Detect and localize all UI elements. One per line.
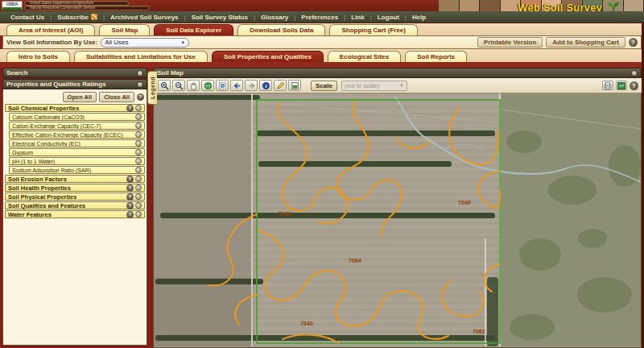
menu-archived-soil-surveys[interactable]: Archived Soil Surveys bbox=[105, 14, 184, 21]
property-ph[interactable]: pH (1 to 1 Water) bbox=[9, 157, 145, 165]
menu-subscribe-label: Subscribe bbox=[57, 14, 89, 21]
help-icon[interactable]: ? bbox=[126, 202, 134, 209]
help-icon[interactable]: ? bbox=[126, 184, 134, 192]
section-soil-physical-properties[interactable]: Soil Physical Properties ? bbox=[5, 193, 145, 201]
property-label: Effective Cation-Exchange Capacity (ECEC… bbox=[12, 132, 123, 138]
help-icon[interactable]: ? bbox=[630, 81, 638, 90]
aerial-map-graphic: 7064 7049 7064 7040 7062 bbox=[154, 93, 641, 346]
view-by-use-select[interactable]: All Uses ▼ bbox=[101, 38, 189, 48]
tab-soil-data-explorer[interactable]: Soil Data Explorer bbox=[154, 24, 233, 35]
map-viewport[interactable]: 7064 7049 7064 7040 7062 bbox=[153, 93, 642, 348]
section-soil-qualities-features[interactable]: Soil Qualities and Features ? bbox=[5, 201, 145, 209]
chevron-down-icon: ▼ bbox=[180, 40, 185, 45]
sprout-icon bbox=[605, 1, 621, 12]
scale-value: (not to scale) bbox=[345, 82, 379, 89]
soil-map-header: Soil Map bbox=[153, 68, 642, 78]
property-cec7[interactable]: Cation-Exchange Capacity (CEC-7) bbox=[9, 122, 145, 130]
options-icon[interactable] bbox=[135, 184, 142, 191]
search-panel-header[interactable]: Search bbox=[2, 68, 147, 78]
measure-pencil-icon[interactable] bbox=[274, 80, 287, 91]
menu-link[interactable]: Link bbox=[345, 14, 369, 21]
identify-info-icon[interactable]: i bbox=[259, 80, 272, 91]
collapse-toggle-icon[interactable] bbox=[137, 70, 143, 77]
add-to-shopping-cart-button[interactable]: Add to Shopping Cart bbox=[546, 37, 625, 48]
tab-intro-to-soils[interactable]: Intro to Soils bbox=[6, 51, 70, 62]
help-icon[interactable]: ? bbox=[126, 105, 134, 112]
tab-soil-properties-qualities[interactable]: Soil Properties and Qualities bbox=[212, 51, 324, 62]
zoom-to-aoi-icon[interactable] bbox=[216, 80, 229, 91]
usda-logo: USDA bbox=[2, 1, 23, 10]
options-icon[interactable] bbox=[135, 149, 142, 155]
ratings-panel-body: Open All Close All ? Soil Chemical Prope… bbox=[2, 89, 147, 346]
select-area-icon[interactable] bbox=[288, 80, 301, 91]
zoom-out-icon[interactable] bbox=[172, 80, 185, 91]
menu-contact-us[interactable]: Contact Us bbox=[5, 14, 50, 21]
tab-ecological-sites[interactable]: Ecological Sites bbox=[328, 51, 401, 62]
open-all-button[interactable]: Open All bbox=[63, 92, 97, 102]
help-icon[interactable]: ? bbox=[137, 93, 144, 101]
close-all-button[interactable]: Close All bbox=[99, 92, 134, 102]
collapse-toggle-icon[interactable] bbox=[137, 81, 143, 88]
help-icon[interactable]: ? bbox=[629, 38, 638, 47]
soil-map-panel: Soil Map i Scale bbox=[153, 68, 642, 348]
options-icon[interactable] bbox=[135, 176, 142, 182]
section-soil-health-properties[interactable]: Soil Health Properties ? bbox=[5, 184, 145, 192]
section-soil-erosion-factors[interactable]: Soil Erosion Factors ? bbox=[5, 175, 145, 183]
tab-download-soils-data[interactable]: Download Soils Data bbox=[237, 24, 325, 35]
menu-help[interactable]: Help bbox=[407, 14, 431, 21]
ratings-panel-title: Properties and Qualities Ratings bbox=[6, 81, 106, 88]
property-sar[interactable]: Sodium Adsorption Ratio (SAR) bbox=[9, 166, 145, 174]
options-icon[interactable] bbox=[135, 193, 142, 200]
svg-text:i: i bbox=[265, 83, 266, 89]
ratings-panel-header[interactable]: Properties and Qualities Ratings bbox=[2, 79, 147, 89]
print-map-icon[interactable] bbox=[602, 81, 613, 90]
map-unit-label: 7064 bbox=[279, 211, 291, 217]
menu-logout[interactable]: Logout bbox=[372, 14, 405, 21]
tab-shopping-cart[interactable]: Shopping Cart (Free) bbox=[329, 24, 418, 35]
options-icon[interactable] bbox=[135, 131, 142, 138]
menu-subscribe[interactable]: Subscribe bbox=[52, 14, 103, 21]
export-map-icon[interactable] bbox=[616, 81, 627, 90]
options-icon[interactable] bbox=[135, 167, 142, 173]
section-water-features[interactable]: Water Features ? bbox=[5, 210, 145, 218]
tab-suitabilities-limitations[interactable]: Suitabilities and Limitations for Use bbox=[74, 51, 208, 62]
options-icon[interactable] bbox=[135, 105, 142, 111]
map-unit-label: 7040 bbox=[300, 321, 313, 326]
options-icon[interactable] bbox=[135, 114, 142, 120]
property-calcium-carbonate[interactable]: Calcium Carbonate (CaCO3) bbox=[9, 113, 145, 121]
property-ecec[interactable]: Effective Cation-Exchange Capacity (ECEC… bbox=[9, 130, 145, 139]
left-sidebar: Search Properties and Qualities Ratings … bbox=[2, 68, 147, 346]
zoom-in-icon[interactable] bbox=[158, 80, 171, 91]
map-toolbar: i Scale (not to scale) ▼ ? bbox=[153, 78, 642, 93]
soil-map-title: Soil Map bbox=[157, 69, 184, 77]
full-extent-globe-icon[interactable] bbox=[201, 80, 214, 91]
options-icon[interactable] bbox=[135, 140, 142, 147]
next-view-arrow-icon[interactable] bbox=[245, 80, 258, 91]
tab-soil-reports[interactable]: Soil Reports bbox=[405, 51, 467, 62]
pan-hand-icon[interactable] bbox=[187, 80, 200, 91]
tab-area-of-interest[interactable]: Area of Interest (AOI) bbox=[6, 24, 95, 35]
map-unit-label: 7062 bbox=[473, 329, 485, 334]
menu-glossary[interactable]: Glossary bbox=[255, 14, 294, 21]
tab-soil-map[interactable]: Soil Map bbox=[99, 24, 150, 35]
options-icon[interactable] bbox=[135, 202, 142, 209]
help-icon[interactable]: ? bbox=[126, 211, 134, 218]
property-electrical-conductivity[interactable]: Electrical Conductivity (EC) bbox=[9, 139, 145, 147]
menu-soil-survey-status[interactable]: Soil Survey Status bbox=[186, 14, 254, 21]
options-icon[interactable] bbox=[135, 158, 142, 164]
property-gypsum[interactable]: Gypsum bbox=[9, 148, 145, 156]
menu-preferences[interactable]: Preferences bbox=[295, 14, 344, 21]
help-icon[interactable]: ? bbox=[126, 193, 134, 201]
section-label: Soil Physical Properties bbox=[8, 193, 76, 201]
collapse-toggle-icon[interactable] bbox=[631, 70, 638, 77]
legend-tab[interactable]: Legend bbox=[147, 71, 157, 105]
options-icon[interactable] bbox=[135, 122, 142, 129]
printable-version-button[interactable]: Printable Version bbox=[477, 37, 543, 48]
options-icon[interactable] bbox=[135, 211, 142, 218]
scale-button[interactable]: Scale bbox=[311, 81, 337, 91]
help-icon[interactable]: ? bbox=[126, 176, 134, 183]
previous-view-arrow-icon[interactable] bbox=[230, 80, 243, 91]
usda-logo-text: USDA bbox=[6, 2, 18, 6]
section-soil-chemical-properties[interactable]: Soil Chemical Properties ? bbox=[5, 104, 145, 112]
top-menu-bar: Contact Us| Subscribe| Archived Soil Sur… bbox=[0, 11, 644, 23]
